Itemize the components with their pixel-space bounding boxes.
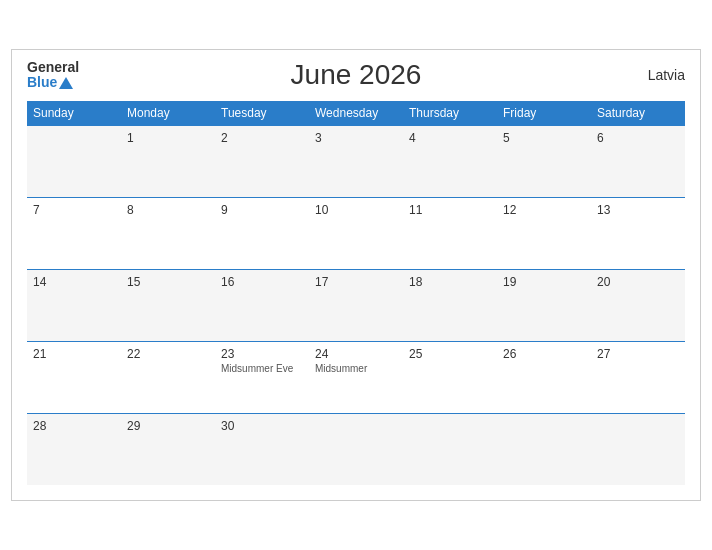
day-number: 18 — [409, 275, 491, 289]
calendar-cell: 21 — [27, 341, 121, 413]
calendar-cell: 4 — [403, 125, 497, 197]
day-number: 13 — [597, 203, 679, 217]
calendar-cell: 8 — [121, 197, 215, 269]
day-number: 27 — [597, 347, 679, 361]
day-number: 28 — [33, 419, 115, 433]
calendar-cell: 2 — [215, 125, 309, 197]
calendar-cell: 6 — [591, 125, 685, 197]
day-number: 1 — [127, 131, 209, 145]
calendar-cell — [27, 125, 121, 197]
day-number: 9 — [221, 203, 303, 217]
calendar-cell: 28 — [27, 413, 121, 485]
day-number: 24 — [315, 347, 397, 361]
calendar-cell — [309, 413, 403, 485]
logo: General Blue — [27, 60, 79, 91]
day-number: 5 — [503, 131, 585, 145]
calendar-cell: 19 — [497, 269, 591, 341]
calendar-cell: 10 — [309, 197, 403, 269]
day-number: 7 — [33, 203, 115, 217]
day-number: 21 — [33, 347, 115, 361]
day-number: 19 — [503, 275, 585, 289]
day-number: 6 — [597, 131, 679, 145]
logo-triangle-icon — [59, 77, 73, 89]
week-row-5: 282930 — [27, 413, 685, 485]
weekday-header-wednesday: Wednesday — [309, 101, 403, 126]
day-number: 20 — [597, 275, 679, 289]
day-number: 14 — [33, 275, 115, 289]
calendar-cell: 15 — [121, 269, 215, 341]
calendar-cell: 18 — [403, 269, 497, 341]
weekday-header-sunday: Sunday — [27, 101, 121, 126]
calendar-cell: 17 — [309, 269, 403, 341]
calendar-cell: 26 — [497, 341, 591, 413]
calendar-cell: 3 — [309, 125, 403, 197]
calendar-cell: 20 — [591, 269, 685, 341]
calendar-cell: 13 — [591, 197, 685, 269]
day-number: 16 — [221, 275, 303, 289]
day-number: 25 — [409, 347, 491, 361]
calendar-container: General Blue June 2026 Latvia SundayMond… — [11, 49, 701, 501]
day-number: 29 — [127, 419, 209, 433]
day-number: 15 — [127, 275, 209, 289]
event-label: Midsummer Eve — [221, 363, 303, 374]
day-number: 23 — [221, 347, 303, 361]
calendar-grid: SundayMondayTuesdayWednesdayThursdayFrid… — [27, 101, 685, 486]
event-label: Midsummer — [315, 363, 397, 374]
week-row-1: 123456 — [27, 125, 685, 197]
day-number: 30 — [221, 419, 303, 433]
logo-blue-text: Blue — [27, 75, 57, 90]
weekday-header-friday: Friday — [497, 101, 591, 126]
day-number: 10 — [315, 203, 397, 217]
calendar-cell: 1 — [121, 125, 215, 197]
week-row-3: 14151617181920 — [27, 269, 685, 341]
calendar-cell: 27 — [591, 341, 685, 413]
calendar-cell — [497, 413, 591, 485]
calendar-title: June 2026 — [291, 59, 422, 91]
calendar-cell: 24Midsummer — [309, 341, 403, 413]
calendar-cell: 22 — [121, 341, 215, 413]
calendar-cell: 9 — [215, 197, 309, 269]
day-number: 17 — [315, 275, 397, 289]
weekday-header-row: SundayMondayTuesdayWednesdayThursdayFrid… — [27, 101, 685, 126]
day-number: 11 — [409, 203, 491, 217]
day-number: 2 — [221, 131, 303, 145]
logo-general-text: General — [27, 60, 79, 75]
weekday-header-monday: Monday — [121, 101, 215, 126]
day-number: 3 — [315, 131, 397, 145]
calendar-cell: 30 — [215, 413, 309, 485]
weekday-header-thursday: Thursday — [403, 101, 497, 126]
calendar-cell: 5 — [497, 125, 591, 197]
day-number: 22 — [127, 347, 209, 361]
calendar-cell — [403, 413, 497, 485]
calendar-cell: 7 — [27, 197, 121, 269]
calendar-cell: 23Midsummer Eve — [215, 341, 309, 413]
week-row-2: 78910111213 — [27, 197, 685, 269]
day-number: 12 — [503, 203, 585, 217]
week-row-4: 212223Midsummer Eve24Midsummer252627 — [27, 341, 685, 413]
calendar-header: General Blue June 2026 Latvia — [27, 60, 685, 91]
day-number: 8 — [127, 203, 209, 217]
day-number: 4 — [409, 131, 491, 145]
calendar-cell: 29 — [121, 413, 215, 485]
weekday-header-saturday: Saturday — [591, 101, 685, 126]
calendar-cell: 16 — [215, 269, 309, 341]
calendar-cell: 11 — [403, 197, 497, 269]
day-number: 26 — [503, 347, 585, 361]
calendar-region: Latvia — [648, 67, 685, 83]
calendar-cell — [591, 413, 685, 485]
weekday-header-tuesday: Tuesday — [215, 101, 309, 126]
calendar-cell: 25 — [403, 341, 497, 413]
calendar-cell: 14 — [27, 269, 121, 341]
calendar-cell: 12 — [497, 197, 591, 269]
